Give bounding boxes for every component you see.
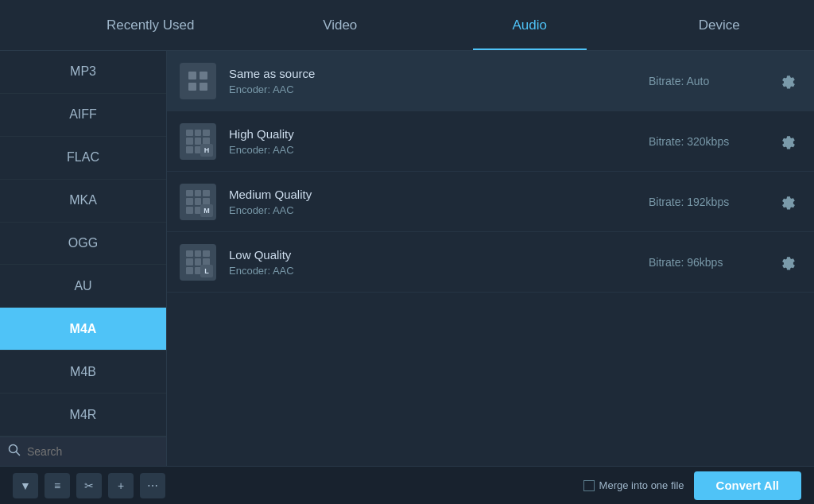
sidebar-item-m4r[interactable]: M4R [0,394,166,436]
add-button[interactable]: + [108,473,134,498]
format-list: Same as source Encoder: AAC Bitrate: Aut… [167,51,814,466]
format-bitrate-low-quality: Bitrate: 96kbps [649,256,776,269]
format-row-low-quality[interactable]: L Low Quality Encoder: AAC Bitrate: 96kb… [167,232,814,293]
dropdown-button[interactable]: ▼ [13,473,38,498]
more-button[interactable]: ⋯ [140,473,165,498]
format-row-medium-quality[interactable]: M Medium Quality Encoder: AAC Bitrate: 1… [167,172,814,232]
format-icon-same-as-source [180,63,216,99]
main-content: MP3 AIFF FLAC MKA OGG AU M4A M4B M4R [0,51,814,466]
sidebar: MP3 AIFF FLAC MKA OGG AU M4A M4B M4R [0,51,167,466]
svg-rect-3 [200,72,207,79]
format-encoder-same-as-source: Encoder: AAC [229,83,649,95]
format-info-low-quality: Low Quality Encoder: AAC [229,248,649,277]
format-info-same-as-source: Same as source Encoder: AAC [229,67,649,95]
format-encoder-high-quality: Encoder: AAC [229,144,649,156]
format-info-medium-quality: Medium Quality Encoder: AAC [229,188,649,216]
svg-rect-2 [188,72,196,79]
format-icon-high-quality: H [180,123,216,160]
search-input[interactable] [27,445,166,458]
format-encoder-medium-quality: Encoder: AAC [229,204,649,216]
format-bitrate-high-quality: Bitrate: 320kbps [649,135,776,148]
settings-button-low-quality[interactable] [776,250,801,275]
format-bitrate-medium-quality: Bitrate: 192kbps [649,196,776,208]
settings-button-high-quality[interactable] [776,129,801,154]
list-view-button[interactable]: ≡ [45,473,70,498]
settings-button-medium-quality[interactable] [776,189,801,215]
sidebar-item-aiff[interactable]: AIFF [0,94,166,137]
svg-rect-5 [200,83,207,91]
format-name-same-as-source: Same as source [229,67,649,80]
format-info-high-quality: High Quality Encoder: AAC [229,127,649,156]
merge-label: Merge into one file [583,479,684,491]
tab-device[interactable]: Device [625,0,815,50]
bottom-bar: ▼ ≡ ✂ + ⋯ Merge into one file Convert Al… [0,466,814,504]
format-bitrate-same-as-source: Bitrate: Auto [649,75,776,87]
sidebar-item-mp3[interactable]: MP3 [0,51,166,94]
sidebar-item-au[interactable]: AU [0,265,166,308]
search-icon [8,444,21,459]
tab-recently-used[interactable]: Recently Used [56,0,246,50]
scissors-button[interactable]: ✂ [76,473,102,498]
sidebar-item-m4a[interactable]: M4A [0,308,166,351]
sidebar-item-ogg[interactable]: OGG [0,223,166,266]
merge-checkbox[interactable] [583,480,595,491]
format-icon-medium-quality: M [180,184,216,220]
format-row-same-as-source[interactable]: Same as source Encoder: AAC Bitrate: Aut… [167,51,814,111]
svg-rect-4 [188,83,196,91]
settings-button-same-as-source[interactable] [776,68,801,94]
tab-audio[interactable]: Audio [435,0,625,50]
sidebar-search-bar [0,436,166,466]
svg-line-1 [17,452,20,456]
tab-video[interactable]: Video [246,0,436,50]
top-tab-bar: Recently Used Video Audio Device [0,0,814,51]
format-name-low-quality: Low Quality [229,248,649,262]
sidebar-item-m4b[interactable]: M4B [0,351,166,394]
format-encoder-low-quality: Encoder: AAC [229,265,649,277]
sidebar-item-flac[interactable]: FLAC [0,137,166,180]
format-name-medium-quality: Medium Quality [229,188,649,201]
format-name-high-quality: High Quality [229,127,649,141]
sidebar-item-mka[interactable]: MKA [0,180,166,223]
format-row-high-quality[interactable]: H High Quality Encoder: AAC Bitrate: 320… [167,111,814,172]
convert-all-button[interactable]: Convert All [694,471,801,500]
bottom-bar-left: ▼ ≡ ✂ + ⋯ [13,473,574,498]
format-icon-low-quality: L [180,244,216,281]
